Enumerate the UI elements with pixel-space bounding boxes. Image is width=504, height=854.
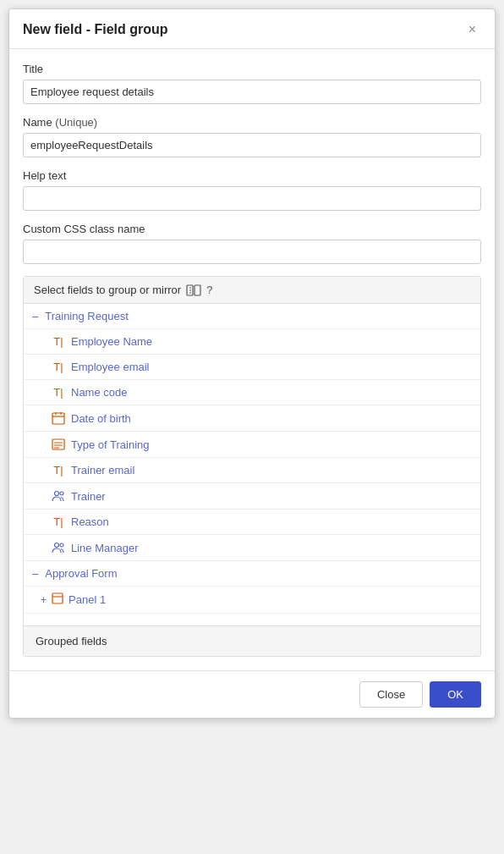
svg-point-14 [60, 492, 63, 495]
dialog-title: New field - Field group [23, 22, 168, 37]
text-icon-employee-email: T| [51, 361, 66, 373]
title-group: Title [23, 63, 481, 104]
new-field-dialog: New field - Field group × Title Name (Un… [8, 8, 496, 719]
svg-rect-1 [194, 285, 200, 295]
user-icon-trainer [51, 489, 66, 503]
title-label: Title [23, 63, 481, 75]
css-class-group: Custom CSS class name [23, 223, 481, 264]
ok-button[interactable]: OK [430, 681, 481, 708]
field-name-trainer: Trainer [71, 490, 106, 503]
field-name-trainer-email: Trainer email [71, 464, 134, 477]
subgroup-row-panel-1[interactable]: + Panel 1 [24, 587, 480, 614]
group-row-training-request[interactable]: – Training Request [24, 304, 480, 329]
group-label-approval-form: Approval Form [45, 567, 117, 580]
field-row-type-of-training[interactable]: Type of Training [24, 432, 480, 458]
grouped-fields-label: Grouped fields [36, 635, 107, 647]
field-row-name-code[interactable]: T| Name code [24, 380, 480, 405]
group-row-approval-form[interactable]: – Approval Form [24, 561, 480, 587]
field-name-line-manager: Line Manager [71, 542, 139, 554]
field-name-name-code: Name code [71, 386, 127, 399]
name-input[interactable] [23, 133, 481, 157]
field-select-section: Select fields to group or mirror ? [23, 276, 481, 657]
help-text-label: Help text [23, 169, 481, 182]
group-toggle-training-request: – [32, 310, 38, 322]
svg-point-16 [60, 543, 63, 547]
svg-point-15 [55, 543, 59, 548]
name-unique-label: (Unique) [55, 116, 97, 129]
close-x-button[interactable]: × [463, 21, 481, 38]
text-icon-employee-name: T| [51, 335, 66, 348]
fields-list: – Training Request T| Employee Name T| E… [24, 304, 480, 614]
css-class-label: Custom CSS class name [23, 223, 481, 235]
svg-rect-17 [52, 593, 63, 603]
group-label-training-request: Training Request [45, 310, 129, 322]
field-name-reason: Reason [71, 515, 109, 528]
group-toggle-approval-form: – [32, 567, 38, 580]
field-row-employee-email[interactable]: T| Employee email [24, 355, 480, 380]
title-input[interactable] [23, 80, 481, 104]
subgroup-label-panel-1: Panel 1 [68, 593, 106, 606]
help-text-input[interactable] [23, 186, 481, 211]
dialog-footer: Close OK [9, 670, 495, 718]
dialog-body: Title Name (Unique) Help text Custom CSS… [9, 49, 495, 670]
svg-point-13 [55, 492, 59, 496]
field-select-label: Select fields to group or mirror [34, 284, 181, 296]
field-name-employee-name: Employee Name [71, 335, 152, 348]
field-row-reason[interactable]: T| Reason [24, 510, 480, 535]
calendar-icon-date-of-birth [51, 411, 66, 425]
field-row-line-manager[interactable]: Line Manager [24, 535, 480, 561]
svg-rect-5 [52, 413, 64, 424]
name-label: Name (Unique) [23, 116, 481, 129]
grouped-fields-section: Grouped fields [24, 625, 480, 656]
field-select-header: Select fields to group or mirror ? [24, 277, 480, 304]
close-button[interactable]: Close [359, 681, 423, 708]
css-class-input[interactable] [23, 240, 481, 264]
field-name-employee-email: Employee email [71, 361, 150, 373]
field-row-employee-name[interactable]: T| Employee Name [24, 329, 480, 355]
fields-list-container[interactable]: – Training Request T| Employee Name T| E… [24, 304, 480, 625]
dialog-header: New field - Field group × [9, 9, 495, 49]
select-icon-type-of-training [51, 438, 66, 451]
field-name-date-of-birth: Date of birth [71, 412, 131, 425]
field-row-trainer-email[interactable]: T| Trainer email [24, 458, 480, 483]
text-icon-name-code: T| [51, 386, 66, 399]
field-row-trainer[interactable]: Trainer [24, 483, 480, 510]
text-icon-reason: T| [51, 515, 66, 528]
name-group: Name (Unique) [23, 116, 481, 157]
help-icon[interactable]: ? [206, 284, 212, 296]
field-name-type-of-training: Type of Training [71, 438, 150, 451]
field-row-date-of-birth[interactable]: Date of birth [24, 405, 480, 432]
subgroup-toggle-panel-1: + [41, 594, 47, 606]
mirror-icon [186, 284, 201, 296]
user-icon-line-manager [51, 541, 66, 554]
text-icon-trainer-email: T| [51, 464, 66, 477]
panel-icon-panel-1 [52, 592, 63, 607]
help-text-group: Help text [23, 169, 481, 211]
